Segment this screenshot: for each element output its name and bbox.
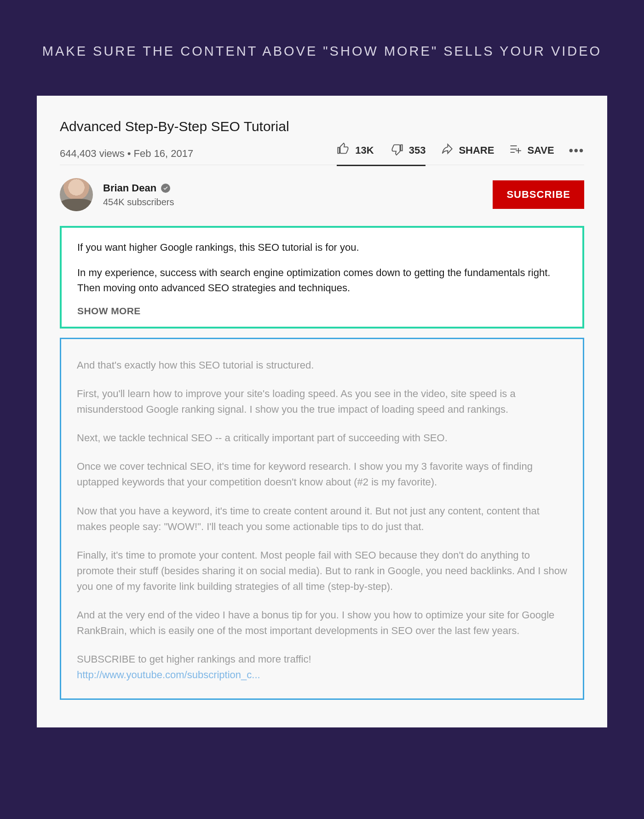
subscribe-button[interactable]: SUBSCRIBE <box>493 180 584 209</box>
subscribe-link[interactable]: http://www.youtube.com/subscription_c... <box>77 669 260 681</box>
dislike-count: 353 <box>409 144 426 156</box>
video-card: Advanced Step-By-Step SEO Tutorial 644,4… <box>37 96 607 727</box>
description-line: And that's exactly how this SEO tutorial… <box>77 358 567 373</box>
description-line: In my experience, success with search en… <box>77 265 567 295</box>
share-button[interactable]: SHARE <box>440 143 494 158</box>
separator-dot: • <box>127 148 134 159</box>
description-line: Once we cover technical SEO, it's time f… <box>77 459 567 490</box>
subscriber-count: 454K subscribers <box>103 197 174 208</box>
video-header: Advanced Step-By-Step SEO Tutorial 644,4… <box>60 119 584 165</box>
description-line: And at the very end of the video I have … <box>77 607 567 639</box>
description-line: Next, we tackle technical SEO -- a criti… <box>77 430 567 446</box>
page-headline: MAKE SURE THE CONTENT ABOVE "SHOW MORE" … <box>37 44 607 59</box>
description-line: First, you'll learn how to improve your … <box>77 386 567 417</box>
description-below-showmore: And that's exactly how this SEO tutorial… <box>60 338 584 700</box>
share-icon <box>440 143 453 158</box>
channel-row: Brian Dean 454K subscribers SUBSCRIBE <box>60 165 584 225</box>
meta-row: 644,403 views • Feb 16, 2017 13K <box>60 143 584 165</box>
share-label: SHARE <box>459 144 494 156</box>
thumbs-up-icon <box>337 143 350 158</box>
save-button[interactable]: SAVE <box>509 143 554 158</box>
video-meta: 644,403 views • Feb 16, 2017 <box>60 148 193 160</box>
publish-date: Feb 16, 2017 <box>134 148 194 159</box>
video-title: Advanced Step-By-Step SEO Tutorial <box>60 119 584 134</box>
dislike-button[interactable]: 353 <box>391 143 426 158</box>
thumbs-down-icon <box>391 143 403 158</box>
view-count: 644,403 views <box>60 148 125 159</box>
description-line: Now that you have a keyword, it's time t… <box>77 503 567 535</box>
channel-info: Brian Dean 454K subscribers <box>60 178 174 211</box>
channel-name[interactable]: Brian Dean <box>103 182 156 194</box>
show-more-button[interactable]: SHOW MORE <box>77 306 567 317</box>
subscribe-call: SUBSCRIBE to get higher rankings and mor… <box>77 653 311 665</box>
verified-icon <box>161 184 170 193</box>
description-line: If you want higher Google rankings, this… <box>77 240 567 255</box>
more-actions-button[interactable]: ••• <box>569 144 584 158</box>
like-button[interactable]: 13K <box>337 143 374 158</box>
save-label: SAVE <box>527 144 554 156</box>
like-count: 13K <box>355 144 374 156</box>
like-dislike-group: 13K 353 <box>337 143 426 166</box>
avatar[interactable] <box>60 178 93 211</box>
description-above-showmore: If you want higher Google rankings, this… <box>60 226 584 329</box>
save-icon <box>509 143 522 158</box>
description-line: SUBSCRIBE to get higher rankings and mor… <box>77 652 567 683</box>
description-line: Finally, it's time to promote your conte… <box>77 548 567 594</box>
action-bar: 13K 353 SHARE <box>337 143 584 165</box>
more-horizontal-icon: ••• <box>569 144 584 157</box>
